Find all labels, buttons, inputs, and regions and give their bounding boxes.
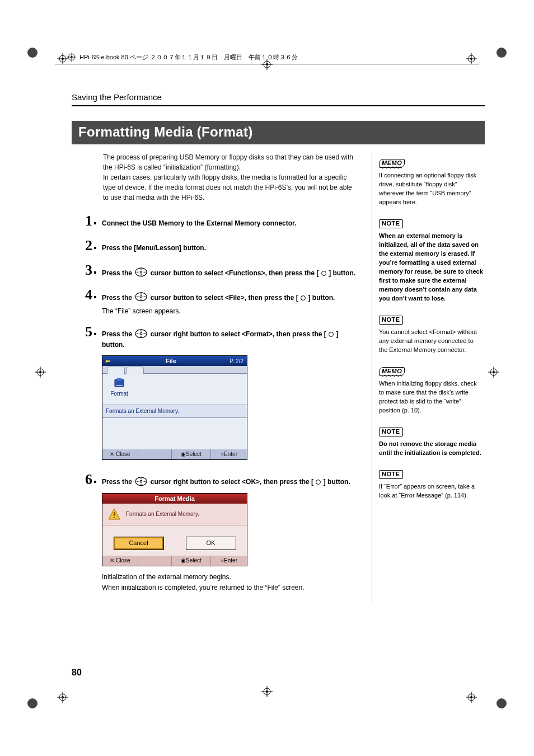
circle-button-icon <box>301 295 306 300</box>
svg-rect-69 <box>114 517 115 518</box>
note-text: You cannot select <Format> without any e… <box>379 328 484 355</box>
svg-point-27 <box>470 696 472 698</box>
close-label: ✕ Close <box>102 556 138 566</box>
registration-mark <box>35 367 46 378</box>
step-subtext: The “File” screen appears. <box>102 306 357 317</box>
svg-point-0 <box>27 48 38 58</box>
step-2: 2 Press the [Menu/Lesson] button. <box>72 241 357 255</box>
file-screen-title: File <box>113 356 229 366</box>
cursor-icon <box>135 292 147 301</box>
registration-mark <box>488 367 499 378</box>
note-tag: NOTE <box>379 316 403 325</box>
page-number: 80 <box>72 668 82 678</box>
crop-mark <box>496 47 507 58</box>
memo-tag: MEMO <box>379 367 405 376</box>
memo-block: MEMO If connecting an optional floppy di… <box>379 159 484 207</box>
note-block: NOTE If “Error” appears on screen, take … <box>379 470 484 500</box>
svg-point-47 <box>140 295 143 298</box>
note-tag: NOTE <box>379 428 403 436</box>
step-4: 4 Press the cursor button to select <Fil… <box>72 290 357 317</box>
svg-point-53 <box>140 332 143 335</box>
intro-text: The process of preparing USB Memory or f… <box>103 152 357 203</box>
file-screen: ⬅ File P. 2/2 Format <box>102 355 247 460</box>
format-media-footer: ✕ Close ◉Select ○Enter <box>102 556 247 566</box>
main-column: The process of preparing USB Memory or f… <box>72 152 357 603</box>
enter-label: ○Enter <box>211 449 247 459</box>
format-icon: Format <box>108 377 130 400</box>
crop-mark <box>27 698 38 709</box>
format-media-dialog: Format Media Formats an External Memory.… <box>102 493 247 566</box>
svg-point-19 <box>470 58 472 60</box>
enter-label: ○Enter <box>211 556 247 566</box>
step-number: 3 <box>72 263 96 278</box>
svg-rect-60 <box>116 385 123 386</box>
step-number: 5 <box>72 325 96 339</box>
note-block: NOTE When an external memory is initiali… <box>379 219 484 303</box>
svg-point-11 <box>493 371 495 373</box>
note-tag: NOTE <box>379 219 403 228</box>
svg-point-41 <box>140 271 143 273</box>
back-arrow-icon: ⬅ <box>102 356 113 366</box>
svg-point-2 <box>27 698 38 708</box>
registration-mark <box>57 692 68 703</box>
step-3: 3 Press the cursor button to select <Fun… <box>72 265 357 280</box>
print-header-rule <box>55 64 479 64</box>
note-block: NOTE You cannot select <Format> without … <box>379 316 484 355</box>
step-1: 1 Connect the USB Memory to the External… <box>72 216 357 231</box>
step-5: 5 Press the cursor right button to selec… <box>72 327 357 464</box>
svg-point-23 <box>62 696 64 698</box>
svg-point-35 <box>266 691 268 693</box>
print-header: HPi-6S-e.book 80 ページ ２００７年１１月１９日 月曜日 午前１… <box>67 53 298 62</box>
step-aftertext: Initialization of the external memory be… <box>102 572 357 593</box>
svg-point-3 <box>496 698 507 708</box>
note-text: If “Error” appears on screen, take a loo… <box>379 482 484 500</box>
select-label: ◉Select <box>172 556 211 566</box>
cursor-icon <box>135 477 147 486</box>
step-6: 6 Press the cursor right button to selec… <box>72 475 357 593</box>
step-number: 1 <box>72 214 96 228</box>
select-label: ◉Select <box>172 449 211 459</box>
side-column: MEMO If connecting an optional floppy di… <box>372 152 484 603</box>
format-media-title: Format Media <box>102 494 247 504</box>
circle-button-icon <box>316 480 321 485</box>
format-media-msg: Formats an External Memory. <box>126 510 199 519</box>
cursor-icon <box>135 329 147 338</box>
crop-mark <box>496 698 507 709</box>
running-head-rule <box>72 105 485 106</box>
step-text: Connect the USB Memory to the External M… <box>102 219 296 227</box>
running-head: Saving the Performance <box>72 92 485 102</box>
page-title: Formatting Media (Format) <box>72 121 485 144</box>
svg-point-1 <box>496 48 507 58</box>
note-text: When an external memory is initialized, … <box>379 232 484 303</box>
memo-text: When initializing floppy disks, check to… <box>379 379 484 415</box>
registration-mark <box>466 53 477 64</box>
note-block: NOTE Do not remove the storage media unt… <box>379 428 484 458</box>
note-text: Do not remove the storage media until th… <box>379 440 484 458</box>
registration-mark <box>466 692 477 703</box>
registration-mark <box>261 686 273 697</box>
memo-tag: MEMO <box>379 159 405 168</box>
crop-mark <box>27 47 38 58</box>
svg-point-62 <box>140 480 143 482</box>
svg-point-15 <box>62 58 64 60</box>
svg-rect-59 <box>117 378 121 381</box>
print-header-text: HPi-6S-e.book 80 ページ ２００７年１１月１９日 月曜日 午前１… <box>79 53 298 62</box>
memo-block: MEMO When initializing floppy disks, che… <box>379 367 484 415</box>
warning-icon <box>108 508 120 520</box>
step-number: 2 <box>72 238 96 253</box>
svg-rect-68 <box>114 512 115 516</box>
circle-button-icon <box>329 332 334 337</box>
close-label: ✕ Close <box>102 449 138 459</box>
svg-point-39 <box>71 56 73 58</box>
circle-button-icon <box>321 271 326 276</box>
registration-mark <box>57 53 68 64</box>
step-text: Press the [Menu/Lesson] button. <box>102 244 206 252</box>
step-number: 6 <box>72 472 96 487</box>
file-screen-tabs <box>102 366 247 374</box>
file-screen-desc: Formats an External Memory. <box>102 405 247 418</box>
memo-text: If connecting an optional floppy disk dr… <box>379 171 484 207</box>
cancel-button: Cancel <box>114 537 164 550</box>
cursor-icon <box>135 267 147 276</box>
ok-button: OK <box>186 537 236 550</box>
svg-point-7 <box>39 371 41 373</box>
